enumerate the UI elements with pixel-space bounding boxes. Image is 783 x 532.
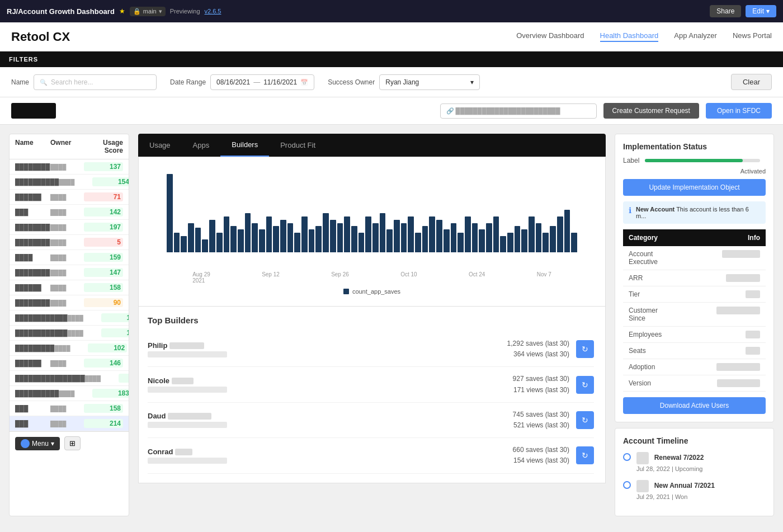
edit-button[interactable]: Edit ▾ <box>746 5 776 17</box>
table-row[interactable]: ████ ████ 159 <box>10 250 129 265</box>
table-row[interactable]: ████████████ ████ 134 <box>10 326 129 341</box>
download-active-users-button[interactable]: Download Active Users <box>623 397 766 414</box>
chart-bar <box>486 223 492 253</box>
clear-button[interactable]: Clear <box>731 74 772 90</box>
table-row[interactable]: ███ ████ 158 <box>10 401 129 416</box>
tab-builders[interactable]: Builders <box>220 134 269 157</box>
share-button[interactable]: Share <box>710 5 741 17</box>
builder-saves: 745 saves (last 30) <box>513 409 569 420</box>
chart-bar <box>287 223 294 253</box>
builder-name: Conrad ████ <box>148 448 513 456</box>
update-impl-button[interactable]: Update Implementation Object <box>623 179 766 196</box>
chart-bar <box>365 216 371 252</box>
date-filter-group: Date Range 08/16/2021 — 11/16/2021 <box>170 74 314 90</box>
table-row[interactable]: ██████ ████ 146 <box>10 356 129 371</box>
table-row[interactable]: ████████ ████ 197 <box>10 220 129 235</box>
date-from: 08/16/2021 <box>216 78 250 86</box>
builder-action-button[interactable]: ↻ <box>576 446 594 464</box>
nav-link-health[interactable]: Health Dashboard <box>600 31 659 42</box>
table-row[interactable]: ███ ████ 214 <box>10 416 129 431</box>
table-row[interactable]: ████████ ████ 137 <box>10 159 129 175</box>
x-label-3: Sep 26 <box>331 271 349 284</box>
tab-product-fit[interactable]: Product Fit <box>269 134 327 156</box>
black-box-placeholder <box>11 103 56 119</box>
create-request-button[interactable]: Create Customer Request <box>603 103 699 119</box>
chart-bar <box>280 220 286 252</box>
cell-name: ████████████ <box>15 314 68 321</box>
filters-section: FILTERS <box>0 51 783 67</box>
chart-bar <box>408 216 414 252</box>
table-row[interactable]: ██████████ ████ 154 <box>10 175 129 190</box>
cell-name: █████████ <box>15 345 54 351</box>
timeline-date: Jul 28, 2022 | Upcoming <box>636 465 766 472</box>
chevron-down-icon: ▾ <box>159 8 162 15</box>
table-row[interactable]: ████████ ████ 90 <box>10 295 129 310</box>
tab-apps[interactable]: Apps <box>182 134 221 156</box>
success-owner-select[interactable]: Ryan Jiang <box>379 74 480 90</box>
filter-row: Name Search here... Date Range 08/16/202… <box>0 67 783 97</box>
cell-score: 183 <box>92 389 129 398</box>
builder-action-button[interactable]: ↻ <box>576 411 594 429</box>
table-row[interactable]: ████████████ ████ 189 <box>10 310 129 326</box>
chart-bar <box>465 216 471 252</box>
right-panel: Implementation Status Label Activated Up… <box>615 134 774 516</box>
chart-bar <box>457 233 464 252</box>
version-link[interactable]: v2.6.5 <box>205 8 221 15</box>
chart-bar <box>380 213 386 252</box>
builder-stats: 1,292 saves (last 30) 364 views (last 30… <box>507 338 569 360</box>
table-row[interactable]: ████████ ████ 147 <box>10 265 129 280</box>
table-row[interactable]: ██████████ ████ 183 <box>10 386 129 401</box>
table-row[interactable]: ██████ ████ 71 <box>10 190 129 205</box>
table-row[interactable]: ████████ ████ 5 <box>10 235 129 250</box>
info-table-body: Account Executive ████████ ARR $███,███ … <box>623 246 766 392</box>
builders-list[interactable]: Philip ████████ ████████████████████ 1,2… <box>148 332 596 474</box>
info-value: █████████ <box>673 375 766 392</box>
builder-action-button[interactable]: ↻ <box>576 376 594 394</box>
cell-owner: ████ <box>50 406 84 412</box>
table-row[interactable]: ██████ ████ 158 <box>10 280 129 295</box>
table-row[interactable]: █████████ ████ 102 <box>10 341 129 356</box>
table-row[interactable]: ████████████████ ████ 184 <box>10 371 129 386</box>
menu-button[interactable]: Menu ▾ <box>15 437 60 450</box>
nav-link-analyzer[interactable]: App Analyzer <box>674 31 717 42</box>
info-col-info: Info <box>673 229 766 246</box>
name-search-input[interactable]: Search here... <box>34 74 157 90</box>
branch-badge: 🔒 main ▾ <box>130 7 166 16</box>
search-icon <box>40 78 48 86</box>
cell-owner: ████ <box>50 239 84 246</box>
date-separator: — <box>253 78 260 86</box>
chart-bar <box>500 236 506 252</box>
cell-score: 71 <box>84 192 123 201</box>
nav-link-news[interactable]: News Portal <box>733 31 772 42</box>
table-row[interactable]: ███ ████ 142 <box>10 205 129 220</box>
builder-info: Philip ████████ ████████████████████ <box>148 341 507 357</box>
chart-bar <box>301 216 308 252</box>
refresh-icon: ↻ <box>582 380 588 389</box>
table-body: ████████ ████ 137 ██████████ ████ 154 ██… <box>10 159 129 431</box>
chart-bar <box>529 216 535 252</box>
bottom-icon-button[interactable]: ⊞ <box>64 436 81 450</box>
date-range-input[interactable]: 08/16/2021 — 11/16/2021 <box>210 74 314 90</box>
refresh-icon: ↻ <box>582 345 588 354</box>
chart-bar <box>344 216 350 252</box>
chart-bar <box>209 220 215 252</box>
sfdc-input[interactable]: 🔗 ████████████████████████ <box>440 103 597 119</box>
tab-usage[interactable]: Usage <box>138 134 182 156</box>
name-filter-group: Name Search here... <box>11 74 157 90</box>
builder-action-button[interactable]: ↻ <box>576 340 594 358</box>
builder-email: ████████████████████ <box>148 457 513 464</box>
cell-owner: ████ <box>68 330 101 336</box>
chart-bar <box>195 228 201 252</box>
nav-link-overview[interactable]: Overview Dashboard <box>516 31 584 42</box>
col-owner-header: Owner <box>50 139 84 154</box>
grid-icon: ⊞ <box>69 439 76 448</box>
cell-name: ████████████ <box>15 329 68 336</box>
timeline-item: Renewal 7/2022 Jul 28, 2022 | Upcoming <box>623 452 766 472</box>
cell-owner: ████ <box>50 209 84 215</box>
new-account-label: New Account <box>636 206 674 213</box>
cell-score: 197 <box>84 223 123 232</box>
chart-bar <box>479 229 485 252</box>
open-sfdc-button[interactable]: Open in SFDC <box>706 103 772 119</box>
left-panel: Name Owner Usage Score ████████ ████ 137… <box>9 134 129 516</box>
timeline-dot <box>623 453 631 461</box>
